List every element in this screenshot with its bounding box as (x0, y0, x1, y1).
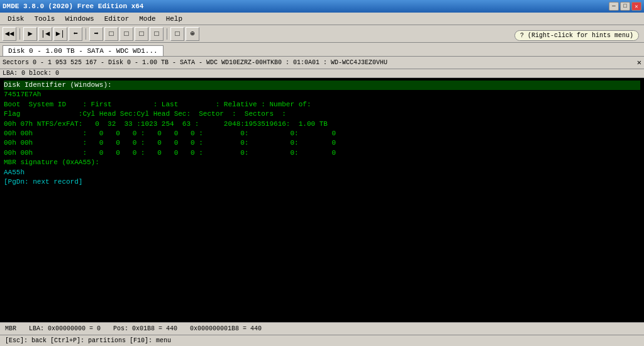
status-bar: MBR LBA: 0x00000000 = 0 Pos: 0x01B8 = 44… (0, 322, 644, 335)
hint-button[interactable]: ? (Right-click for hints menu) (514, 30, 639, 41)
terminal-line-5: 00h 00h : 0 0 0 : 0 0 0 : 0: 0: 0 (4, 138, 640, 148)
sector-window: Sectors 0 - 1 953 525 167 - Disk 0 - 1.0… (0, 57, 644, 322)
menu-item-windows[interactable]: Windows (60, 14, 99, 24)
toolbar-last-button[interactable]: |◀ (38, 27, 52, 41)
title-controls: ─ □ ✕ (609, 2, 641, 11)
disk-tab-bar: Disk 0 - 1.00 TB - SATA - WDC WD1... (0, 43, 644, 57)
menu-item-help[interactable]: Help (161, 14, 187, 24)
disk-tab[interactable]: Disk 0 - 1.00 TB - SATA - WDC WD1... (3, 45, 164, 56)
kbd-hints-text: [Esc]: back [Ctrl+P]: partitions [F10]: … (5, 337, 171, 344)
toolbar-find-button[interactable]: □ (119, 27, 133, 41)
terminal-line-6: 00h 00h : 0 0 0 : 0 0 0 : 0: 0: 0 (4, 148, 640, 158)
sector-header: Sectors 0 - 1 953 525 167 - Disk 0 - 1.0… (0, 57, 644, 69)
menu-item-mode[interactable]: Mode (134, 14, 160, 24)
terminal-line-4: 00h 00h : 0 0 0 : 0 0 0 : 0: 0: 0 (4, 129, 640, 138)
terminal-line-2: Flag :Cyl Head Sec:Cyl Head Sec: Sector … (4, 109, 640, 119)
toolbar-first-button[interactable]: ◀◀ (3, 27, 16, 41)
toolbar-down-button[interactable]: □ (150, 27, 164, 41)
menu-bar: DiskToolsWindowsEditorModeHelp (0, 13, 644, 25)
menu-item-editor[interactable]: Editor (99, 14, 135, 24)
toolbar-up-button[interactable]: □ (135, 27, 148, 41)
toolbar-save-button[interactable]: □ (104, 27, 118, 41)
menu-item-tools[interactable]: Tools (29, 14, 60, 24)
close-button[interactable]: ✕ (631, 2, 641, 11)
toolbar-separator (86, 28, 86, 40)
maximize-button[interactable]: □ (620, 2, 630, 11)
status-type: MBR (5, 325, 16, 332)
main-content: Sectors 0 - 1 953 525 167 - Disk 0 - 1.0… (0, 57, 644, 322)
toolbar-play-button[interactable]: ▶ (23, 27, 37, 41)
lba-line: LBA: 0 block: 0 (0, 69, 644, 78)
terminal-content: Disk Identifier (Windows):74517E7AhBoot … (0, 78, 644, 322)
title-bar: DMDE 3.8.0 (2020) Free Edition x64 ─ □ ✕ (0, 0, 644, 13)
sector-title-text: Sectors 0 - 1 953 525 167 - Disk 0 - 1.0… (3, 59, 387, 66)
toolbar-separator (167, 28, 167, 40)
disk-identifier-line: Disk Identifier (Windows): (4, 81, 640, 90)
status-val: 0x000000001B8 = 440 (190, 325, 262, 332)
toolbar-prev-button[interactable]: ▶| (53, 27, 67, 41)
terminal-line-1: Boot System ID : First : Last : Relative… (4, 100, 640, 109)
toolbar-separator (19, 28, 20, 40)
toolbar-refresh-button[interactable]: □ (170, 27, 184, 41)
kbd-bar: [Esc]: back [Ctrl+P]: partitions [F10]: … (0, 335, 644, 346)
sector-close-button[interactable]: ✕ (637, 58, 641, 67)
status-pos: Pos: 0x01B8 = 440 (113, 325, 177, 332)
terminal-line-8: AA55h (4, 168, 640, 177)
terminal-line-3: 00h 07h NTFS/exFAT: 0 32 33 :1023 254 63… (4, 120, 640, 129)
toolbar-open-button[interactable]: ➡ (89, 27, 103, 41)
terminal-line-7: MBR signature (0xAA55): (4, 158, 640, 167)
terminal-line-10: [PgDn: next record] (4, 177, 640, 187)
toolbar-next-button[interactable]: ⬅ (69, 27, 82, 41)
status-lba: LBA: 0x00000000 = 0 (29, 325, 101, 332)
menu-item-disk[interactable]: Disk (3, 14, 29, 24)
title-text: DMDE 3.8.0 (2020) Free Edition x64 (3, 3, 143, 10)
minimize-button[interactable]: ─ (609, 2, 619, 11)
terminal-line-0: 74517E7Ah (4, 90, 640, 99)
toolbar-add-button[interactable]: ⊕ (186, 27, 199, 41)
